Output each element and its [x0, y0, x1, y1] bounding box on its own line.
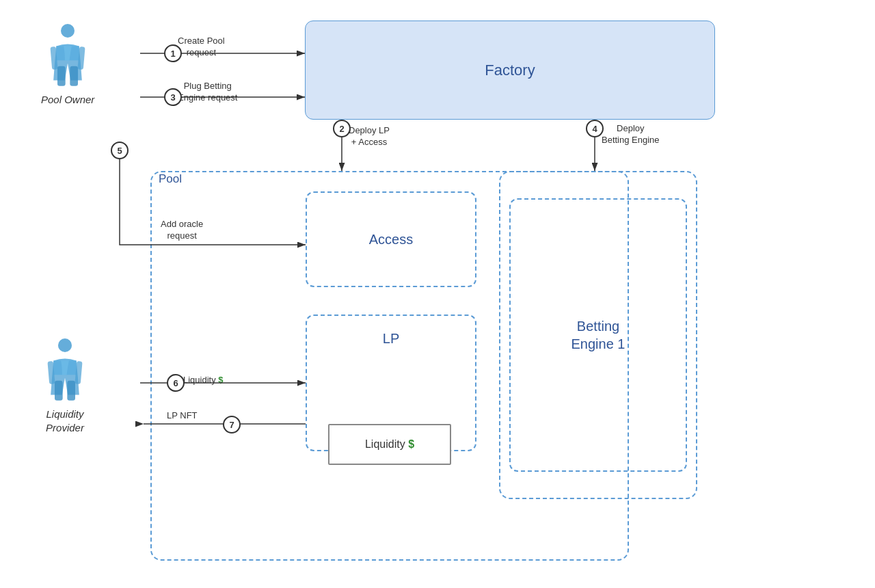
svg-rect-16 [55, 381, 63, 401]
svg-rect-11 [57, 66, 66, 86]
step-6-label: Liquidity $ [183, 375, 224, 386]
svg-rect-17 [67, 381, 75, 401]
liquidity-provider-icon [41, 335, 89, 403]
step-5-circle: 5 [111, 142, 129, 159]
step-5-label: Add oraclerequest [161, 219, 203, 242]
factory-box: Factory [305, 21, 715, 120]
dollar-sign: $ [408, 438, 414, 450]
step-1-label: Create Poolrequest [178, 36, 225, 59]
step-3-circle: 3 [164, 88, 182, 106]
step-6-circle: 6 [167, 374, 185, 392]
step-2-label: Deploy LP+ Access [349, 125, 390, 148]
step-4-circle: 4 [586, 120, 604, 137]
betting-engine-label: Betting Engine 1 [571, 317, 625, 353]
pool-owner-figure: Pool Owner [41, 21, 94, 107]
lp-label: LP [383, 330, 399, 347]
step-2-circle: 2 [333, 120, 351, 137]
liquidity-inner-label: Liquidity $ [365, 438, 414, 451]
svg-point-8 [61, 24, 75, 38]
betting-engine-box: Betting Engine 1 [509, 198, 687, 472]
step-1-circle: 1 [164, 44, 182, 62]
access-label: Access [369, 230, 413, 248]
step-3-label: Plug BettingEngine request [178, 81, 237, 104]
liquidity-provider-label: Liquidity Provider [46, 407, 84, 434]
pool-owner-label: Pool Owner [41, 93, 94, 107]
liquidity-provider-figure: Liquidity Provider [41, 335, 89, 434]
step-7-label: LP NFT [167, 410, 198, 422]
diagram-container: Pool Owner Liquidity Provider Factory Po… [0, 0, 875, 588]
factory-label: Factory [485, 62, 535, 79]
pool-owner-icon [44, 21, 92, 89]
liquidity-inner-box: Liquidity $ [328, 424, 451, 465]
step-7-circle: 7 [223, 416, 241, 433]
step-4-label: DeployBetting Engine [602, 123, 660, 146]
pool-label: Pool [159, 172, 182, 186]
svg-point-13 [58, 338, 72, 352]
access-box: Access [306, 191, 476, 287]
svg-rect-12 [70, 66, 79, 86]
